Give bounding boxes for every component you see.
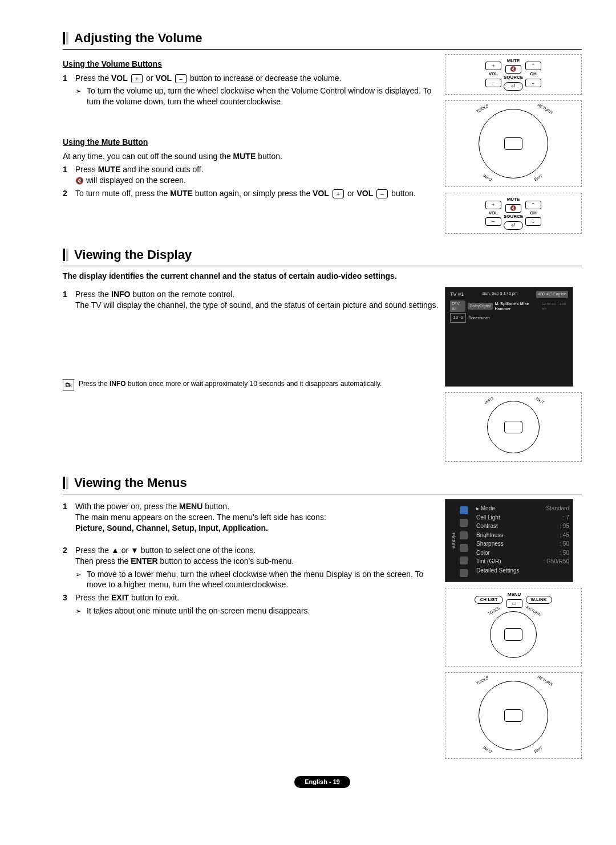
heading-viewing-display: Viewing the Display [74,246,582,263]
vol-plus-button: + [485,201,501,209]
divider [63,494,582,494]
mute-button: 🔇 [505,204,521,213]
mute-button: 🔇 [505,65,521,74]
divider [63,266,582,266]
vol-plus-icon: + [131,74,143,83]
bar-icon [63,249,70,261]
tv-screenshot: TV #1 Sun. Sep 3 1:40 pm 480i 4:3 Englis… [445,287,573,387]
section-header: Viewing the Display [63,246,582,263]
menu-icon [460,544,468,552]
paragraph: At any time, you can cut off the sound u… [63,151,439,162]
wlink-button: W.LINK [526,596,552,604]
divider [63,49,582,50]
arrow-icon [75,606,87,616]
menu-icon [460,519,468,527]
note: Press the INFO button once more or wait … [63,379,439,391]
remote-illustration: TOOLS RETURN INFO EXIT [445,672,582,759]
remote-illustration: CH LIST MENU ▭ W.LINK TOOLS RETURN [445,588,582,667]
section-header: Adjusting the Volume [63,30,582,47]
step-number: 1 [63,164,75,186]
footer-badge: English - 19 [294,776,350,788]
menu-row: Cell Light: 7 [476,513,569,522]
wheel-icon: TOOLS RETURN INFO EXIT [479,681,548,750]
bar-icon [63,477,70,489]
menu-row: Sharpness: 50 [476,539,569,549]
chlist-button: CH LIST [475,596,502,604]
step-text: Press the INFO button on the remote cont… [75,289,439,311]
remote-illustration: + VOL – MUTE 🔇 SOURCE ⏎ ⌃ CH ⌄ [445,54,582,95]
source-button: ⏎ [504,221,523,230]
menu-row: Brightness: 45 [476,531,569,540]
note-text: Press the INFO button once more or wait … [79,379,382,388]
subhead-mute-button: Using the Mute Button [63,137,439,148]
vol-minus-icon: – [376,189,388,198]
menu-row: Detailed Settings [476,566,569,575]
wheel-icon: TOOLS RETURN [490,611,537,658]
intro-text: The display identifies the current chann… [63,271,582,282]
remote-illustration: TOOLS RETURN INFO EXIT [445,100,582,187]
note-text: To turn the volume up, turn the wheel cl… [87,86,439,107]
mute-icon [75,176,84,185]
source-button: ⏎ [504,82,523,91]
note-text: To move to a lower menu, turn the wheel … [87,569,439,591]
step-number: 1 [63,73,75,84]
step-text: Press the EXIT button to exit. [75,592,439,603]
section-header: Viewing the Menus [63,474,582,491]
vol-minus-button: – [485,79,501,87]
vol-plus-button: + [485,62,501,70]
menu-screenshot: Picture ▸ Mode:StandardCell Light: 7Cont… [445,499,573,582]
arrow-icon [75,86,87,107]
ch-up-button: ⌃ [525,62,541,70]
step-number: 2 [63,545,75,567]
step-number: 2 [63,188,75,199]
menu-row: Tint (G/R): G50/R50 [476,557,569,566]
step-number: 1 [63,289,75,311]
menu-row: Contrast: 95 [476,522,569,531]
menu-row: ▸ Mode:Standard [476,504,569,513]
arrow-icon [75,569,87,591]
step-text: To turn mute off, press the MUTE button … [75,188,439,199]
vol-plus-icon: + [333,189,344,198]
menu-button: ▭ [506,599,522,608]
vol-minus-button: – [485,217,501,226]
remote-illustration: + VOL – MUTE 🔇 SOURCE ⏎ ⌃ CH ⌄ [445,193,582,234]
heading-adjusting-volume: Adjusting the Volume [74,30,582,47]
vol-minus-icon: – [175,74,187,83]
step-text: Press the ▲ or ▼ button to select one of… [75,545,439,567]
note-text: It takes about one minute until the on-s… [87,606,310,616]
heading-viewing-menus: Viewing the Menus [74,474,582,491]
ch-up-button: ⌃ [525,201,541,209]
bar-icon [63,32,70,44]
step-text: Press MUTE and the sound cuts off. will … [75,164,439,186]
menu-icon [460,506,468,514]
ch-down-button: ⌄ [525,79,541,87]
step-text: With the power on, press the MENU button… [75,501,439,534]
menu-icon [460,569,468,577]
menu-icon [460,531,468,539]
remote-illustration: INFO EXIT [445,392,582,462]
step-number: 3 [63,592,75,603]
page-footer: English - 19 [63,776,582,788]
note-icon [63,379,74,391]
step-number: 1 [63,501,75,534]
menu-icon [460,556,468,564]
menu-row: Color: 50 [476,549,569,558]
wheel-icon: INFO EXIT [487,401,540,453]
subhead-volume-buttons: Using the Volume Buttons [63,59,439,70]
step-text: Press the VOL + or VOL – button to incre… [75,73,439,84]
wheel-icon: TOOLS RETURN INFO EXIT [479,109,548,178]
ch-down-button: ⌄ [525,217,541,226]
